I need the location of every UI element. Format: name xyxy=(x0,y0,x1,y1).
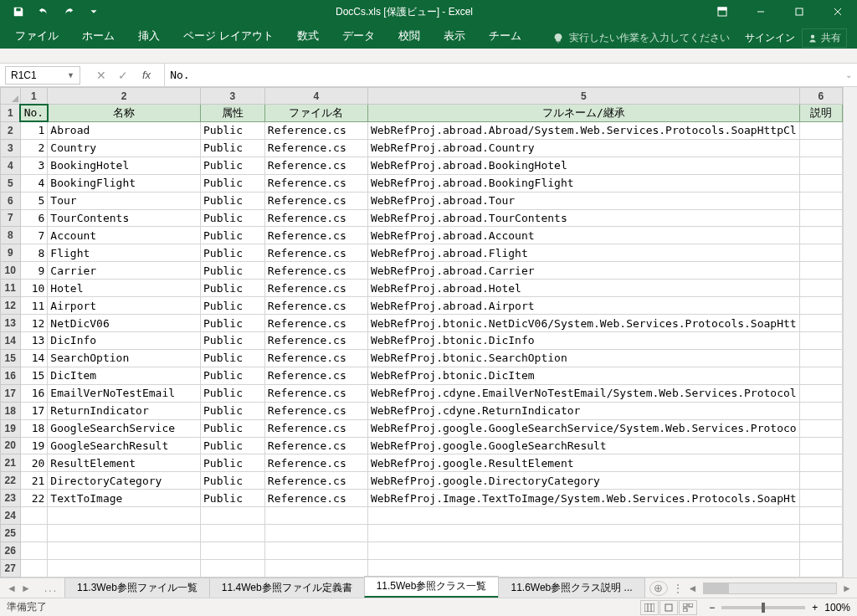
data-cell[interactable]: Public xyxy=(201,472,265,490)
row-header[interactable]: 18 xyxy=(1,402,21,419)
ribbon-tab-5[interactable]: データ xyxy=(331,23,387,49)
zoom-in-button[interactable]: + xyxy=(812,602,818,613)
empty-cell[interactable] xyxy=(20,525,48,542)
data-cell[interactable]: Public xyxy=(201,367,265,384)
column-header[interactable]: 5 xyxy=(367,88,799,105)
data-cell[interactable] xyxy=(799,454,842,472)
data-cell[interactable]: 19 xyxy=(20,437,48,454)
data-cell[interactable]: Hotel xyxy=(48,280,201,297)
row-header[interactable]: 27 xyxy=(1,559,21,577)
data-cell[interactable]: BookingHotel xyxy=(48,157,201,174)
data-cell[interactable] xyxy=(799,437,842,454)
undo-button[interactable] xyxy=(32,2,55,22)
row-header[interactable]: 2 xyxy=(1,121,21,139)
empty-cell[interactable] xyxy=(799,507,842,525)
data-cell[interactable]: WebRefProj.abroad.Account xyxy=(367,227,799,244)
data-cell[interactable]: GoogleSearchResult xyxy=(48,437,201,454)
data-cell[interactable]: WebRefProj.btonic.DicInfo xyxy=(367,331,799,349)
column-header[interactable]: 4 xyxy=(264,88,367,105)
data-cell[interactable]: 1 xyxy=(20,121,48,139)
empty-cell[interactable] xyxy=(367,542,799,560)
ribbon-tab-3[interactable]: ページ レイアウト xyxy=(172,23,285,49)
data-cell[interactable]: Reference.cs xyxy=(264,192,367,209)
data-cell[interactable]: Public xyxy=(201,244,265,262)
empty-cell[interactable] xyxy=(264,559,367,577)
data-cell[interactable]: WebRefProj.google.ResultElement xyxy=(367,454,799,472)
data-cell[interactable] xyxy=(799,280,842,297)
row-header[interactable]: 20 xyxy=(1,437,21,454)
data-cell[interactable]: 3 xyxy=(20,157,48,174)
data-cell[interactable]: WebRefProj.cdyne.EmailVerNoTestEmail/Sys… xyxy=(367,384,799,402)
column-header[interactable]: 1 xyxy=(20,88,48,105)
data-cell[interactable]: Tour xyxy=(48,192,201,209)
data-cell[interactable]: WebRefProj.Image.TextToImage/System.Web.… xyxy=(367,490,799,507)
cancel-formula-button[interactable]: ✕ xyxy=(92,67,110,84)
data-cell[interactable]: Abroad xyxy=(48,121,201,139)
sheet-tab[interactable]: 11.3Web参照ファイル一覧 xyxy=(64,578,210,598)
data-cell[interactable]: 4 xyxy=(20,174,48,192)
row-header[interactable]: 1 xyxy=(1,105,21,122)
data-cell[interactable]: BookingFlight xyxy=(48,174,201,192)
data-cell[interactable]: Public xyxy=(201,349,265,367)
data-cell[interactable] xyxy=(799,262,842,280)
name-box[interactable]: R1C1 ▼ xyxy=(5,66,80,85)
row-header[interactable]: 14 xyxy=(1,331,21,349)
data-cell[interactable] xyxy=(799,209,842,227)
row-header[interactable]: 12 xyxy=(1,297,21,315)
data-cell[interactable]: WebRefProj.google.GoogleSearchService/Sy… xyxy=(367,419,799,437)
data-cell[interactable]: 22 xyxy=(20,490,48,507)
fx-icon[interactable]: fx xyxy=(136,69,157,81)
data-cell[interactable]: Reference.cs xyxy=(264,472,367,490)
data-cell[interactable]: Reference.cs xyxy=(264,209,367,227)
row-header[interactable]: 22 xyxy=(1,472,21,490)
data-cell[interactable]: 7 xyxy=(20,227,48,244)
data-cell[interactable]: Public xyxy=(201,192,265,209)
empty-cell[interactable] xyxy=(20,559,48,577)
qat-customize-button[interactable] xyxy=(82,2,105,22)
save-button[interactable] xyxy=(7,2,30,22)
zoom-out-button[interactable]: − xyxy=(709,602,715,613)
empty-cell[interactable] xyxy=(20,507,48,525)
data-cell[interactable]: Reference.cs xyxy=(264,454,367,472)
normal-view-button[interactable] xyxy=(640,600,659,615)
sheet-nav-prev[interactable]: ◄ xyxy=(5,581,18,596)
empty-cell[interactable] xyxy=(201,542,265,560)
data-cell[interactable]: Public xyxy=(201,454,265,472)
row-header[interactable]: 10 xyxy=(1,262,21,280)
data-cell[interactable]: Reference.cs xyxy=(264,490,367,507)
data-cell[interactable]: WebRefProj.abroad.Hotel xyxy=(367,280,799,297)
data-cell[interactable]: TextToImage xyxy=(48,490,201,507)
hscroll-right[interactable]: ► xyxy=(842,583,852,594)
horizontal-scrollbar[interactable] xyxy=(703,583,838,594)
row-header[interactable]: 13 xyxy=(1,315,21,332)
data-cell[interactable]: Public xyxy=(201,402,265,419)
data-cell[interactable]: WebRefProj.abroad.BookingHotel xyxy=(367,157,799,174)
data-cell[interactable]: Reference.cs xyxy=(264,227,367,244)
data-cell[interactable]: 21 xyxy=(20,472,48,490)
data-cell[interactable]: 16 xyxy=(20,384,48,402)
data-cell[interactable]: Public xyxy=(201,315,265,332)
empty-cell[interactable] xyxy=(48,559,201,577)
ribbon-tab-8[interactable]: チーム xyxy=(477,23,533,49)
enter-formula-button[interactable]: ✓ xyxy=(114,67,132,84)
data-cell[interactable]: 8 xyxy=(20,244,48,262)
data-cell[interactable]: Public xyxy=(201,331,265,349)
row-header[interactable]: 9 xyxy=(1,244,21,262)
data-cell[interactable]: Public xyxy=(201,384,265,402)
data-cell[interactable]: Public xyxy=(201,437,265,454)
data-cell[interactable]: GoogleSearchService xyxy=(48,419,201,437)
empty-cell[interactable] xyxy=(264,525,367,542)
zoom-slider[interactable] xyxy=(721,606,805,609)
sheet-nav-next[interactable]: ► xyxy=(19,581,33,596)
data-cell[interactable] xyxy=(799,490,842,507)
data-cell[interactable]: Public xyxy=(201,157,265,174)
data-cell[interactable]: Public xyxy=(201,419,265,437)
zoom-level[interactable]: 100% xyxy=(824,602,850,613)
row-header[interactable]: 15 xyxy=(1,349,21,367)
data-cell[interactable]: Reference.cs xyxy=(264,367,367,384)
row-header[interactable]: 21 xyxy=(1,454,21,472)
data-cell[interactable]: Public xyxy=(201,121,265,139)
data-cell[interactable]: Public xyxy=(201,209,265,227)
data-cell[interactable]: WebRefProj.abroad.Abroad/System.Web.Serv… xyxy=(367,121,799,139)
sheet-tab[interactable]: 11.4Web参照ファイル定義書 xyxy=(209,578,365,598)
